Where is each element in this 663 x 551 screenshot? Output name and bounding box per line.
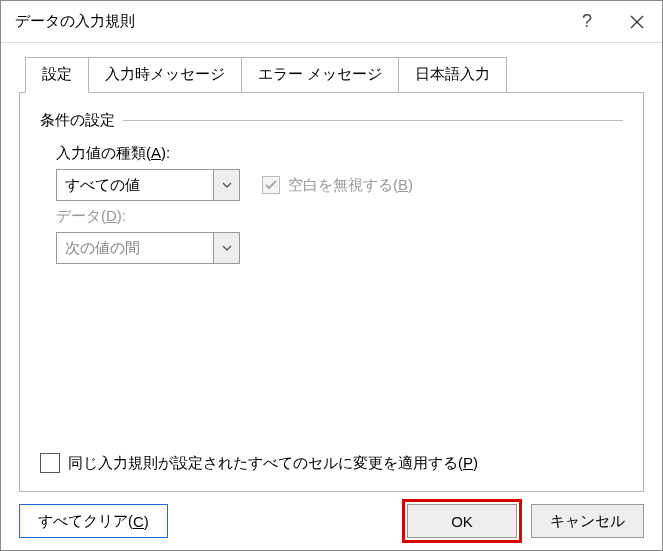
clear-all-button[interactable]: すべてクリア(C) [19, 504, 168, 538]
chevron-down-icon [222, 245, 232, 251]
data-validation-dialog: データの入力規則 ? 設定 入力時メッセージ エラー メッセージ 日本語入力 条… [0, 0, 663, 551]
apply-same-checkbox[interactable] [40, 453, 60, 473]
tab-strip: 設定 入力時メッセージ エラー メッセージ 日本語入力 [25, 57, 644, 92]
checkmark-icon [265, 180, 277, 190]
chevron-down-icon [222, 182, 232, 188]
data-combo-value: 次の値の間 [57, 239, 213, 258]
titlebar: データの入力規則 ? [1, 1, 662, 43]
close-button[interactable] [612, 1, 662, 43]
apply-same-row: 同じ入力規則が設定されたすべてのセルに変更を適用する(P) [40, 453, 478, 473]
apply-same-label: 同じ入力規則が設定されたすべてのセルに変更を適用する(P) [68, 454, 478, 473]
group-legend: 条件の設定 [40, 111, 115, 130]
ignore-blank-check: 空白を無視する(B) [262, 176, 413, 195]
allow-combo-button[interactable] [213, 170, 239, 200]
dialog-content: 設定 入力時メッセージ エラー メッセージ 日本語入力 条件の設定 入力値の種類… [1, 43, 662, 492]
ignore-blank-label: 空白を無視する(B) [288, 176, 413, 195]
allow-label: 入力値の種類(A): [56, 144, 623, 163]
tab-input-message[interactable]: 入力時メッセージ [88, 57, 242, 92]
data-combo: 次の値の間 [56, 232, 240, 264]
allow-row: すべての値 空白を無視する(B) [56, 169, 623, 201]
dialog-footer: すべてクリア(C) OK キャンセル [1, 492, 662, 551]
tab-ime[interactable]: 日本語入力 [398, 57, 507, 92]
tab-error-message[interactable]: エラー メッセージ [241, 57, 399, 92]
ignore-blank-checkbox [262, 176, 280, 194]
help-button[interactable]: ? [562, 1, 612, 43]
tab-panel-settings: 条件の設定 入力値の種類(A): すべての値 空白を無視する(B) [19, 92, 644, 492]
allow-combo[interactable]: すべての値 [56, 169, 240, 201]
data-row: 次の値の間 [56, 232, 623, 264]
ok-button[interactable]: OK [407, 504, 517, 538]
data-combo-button [213, 233, 239, 263]
tab-settings[interactable]: 設定 [25, 57, 89, 93]
group-header: 条件の設定 [40, 111, 623, 130]
group-divider [123, 120, 623, 121]
dialog-title: データの入力規則 [15, 12, 562, 31]
cancel-button[interactable]: キャンセル [531, 504, 644, 538]
data-label: データ(D): [56, 207, 623, 226]
close-icon [630, 15, 644, 29]
allow-combo-value: すべての値 [57, 176, 213, 195]
